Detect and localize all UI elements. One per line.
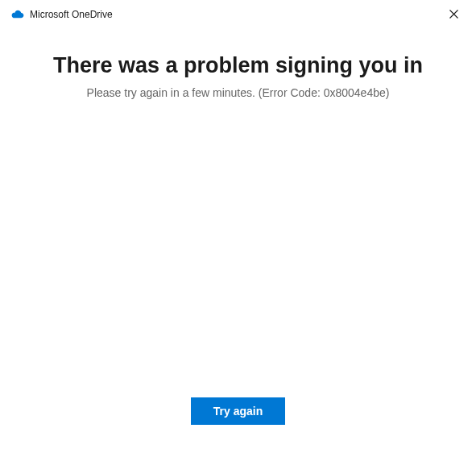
titlebar-left: Microsoft OneDrive xyxy=(11,8,113,21)
error-heading: There was a problem signing you in xyxy=(53,53,423,78)
onedrive-cloud-icon xyxy=(11,8,24,21)
close-icon xyxy=(449,9,458,21)
titlebar: Microsoft OneDrive xyxy=(0,0,476,29)
footer: Try again xyxy=(0,397,476,425)
close-button[interactable] xyxy=(442,3,465,26)
content-area: There was a problem signing you in Pleas… xyxy=(0,29,476,99)
error-subtext: Please try again in a few minutes. (Erro… xyxy=(87,86,390,99)
app-title: Microsoft OneDrive xyxy=(30,9,113,20)
try-again-button[interactable]: Try again xyxy=(191,397,285,425)
